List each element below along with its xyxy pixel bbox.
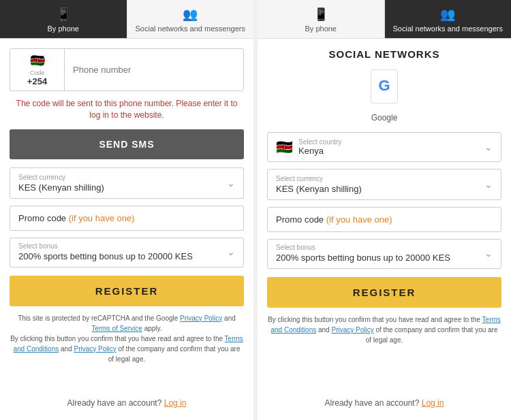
bonus-label-left: Select bonus [18, 242, 193, 250]
bonus-value-left: 200% sports betting bonus up to 20000 KE… [18, 251, 193, 261]
tab-label-social-right: Social networks and messengers [393, 25, 503, 33]
chevron-country-right: ⌄ [484, 142, 493, 152]
send-sms-button[interactable]: SEND SMS [10, 129, 244, 159]
already-account-right: Already have an account? Log in [267, 391, 501, 413]
social-icon-right: 👥 [440, 7, 455, 22]
code-label-left: Code [30, 69, 45, 76]
currency-label-left: Select currency [18, 174, 104, 181]
bonus-value-right: 200% sports betting bonus up to 20000 KE… [276, 253, 450, 263]
already-account-left: Already have an account? Log in [10, 391, 244, 413]
currency-select-left[interactable]: Select currency KES (Kenyan shilling) ⌄ [10, 167, 244, 199]
currency-label-right: Select currency [276, 175, 362, 182]
privacy-policy-link-right[interactable]: Privacy Policy [331, 326, 373, 334]
tab-label-phone-right: By phone [305, 25, 337, 33]
left-panel-content: 🇰🇪 Code +254 The code will be sent to th… [0, 39, 253, 420]
right-panel: 📱 By phone 👥 Social networks and messeng… [258, 0, 511, 420]
country-select-label: Select country [298, 138, 484, 146]
bonus-label-right: Select bonus [276, 244, 450, 251]
tab-label-phone-left: By phone [48, 25, 79, 33]
legal-text-left: This site is protected by reCAPTCHA and … [10, 313, 244, 364]
login-link-right[interactable]: Log in [422, 398, 444, 408]
legal-text-right: By clicking this button you confirm that… [267, 314, 501, 345]
tab-social-left[interactable]: 👥 Social networks and messengers [127, 0, 254, 38]
tab-social-right[interactable]: 👥 Social networks and messengers [385, 0, 512, 38]
terms-of-service-link-left[interactable]: Terms of Service [91, 325, 142, 332]
chevron-bonus-right: ⌄ [484, 248, 493, 259]
bonus-select-right[interactable]: Select bonus 200% sports betting bonus u… [267, 239, 501, 269]
google-wrapper: G Google [267, 69, 501, 123]
country-select-value: Kenya [298, 146, 324, 156]
chevron-bonus-left: ⌄ [227, 246, 235, 257]
country-info: Select country Kenya [298, 138, 484, 156]
left-panel: 📱 By phone 👥 Social networks and messeng… [0, 0, 253, 420]
privacy-policy-link-left2[interactable]: Privacy Policy [74, 345, 116, 353]
google-button[interactable]: G [371, 69, 397, 103]
chevron-currency-right: ⌄ [484, 179, 493, 190]
promo-orange-right: (if you have one) [326, 214, 392, 225]
right-tabs: 📱 By phone 👥 Social networks and messeng… [258, 0, 511, 39]
promo-text-left: Promo code [18, 213, 69, 223]
chevron-currency-left: ⌄ [227, 178, 235, 189]
register-button-left[interactable]: REGISTER [10, 276, 244, 306]
promo-orange-left: (if you have one) [69, 213, 135, 223]
kenya-flag-left: 🇰🇪 [30, 53, 45, 68]
google-icon: G [378, 77, 390, 95]
login-link-left[interactable]: Log in [164, 398, 187, 408]
privacy-policy-link-left1[interactable]: Privacy Policy [180, 314, 222, 322]
tab-by-phone-right[interactable]: 📱 By phone [258, 0, 385, 38]
phone-icon-right: 📱 [313, 7, 328, 22]
code-value-left: +254 [27, 76, 47, 86]
code-box-left[interactable]: 🇰🇪 Code +254 [10, 49, 65, 91]
currency-value-right: KES (Kenyan shilling) [276, 184, 362, 194]
kenya-flag-right: 🇰🇪 [276, 139, 293, 155]
social-icon-left: 👥 [183, 7, 198, 22]
tab-label-social-left: Social networks and messengers [136, 25, 245, 33]
right-panel-content: SOCIAL NETWORKS G Google 🇰🇪 Select count… [258, 39, 511, 420]
bonus-select-left[interactable]: Select bonus 200% sports betting bonus u… [10, 238, 244, 268]
currency-select-right[interactable]: Select currency KES (Kenyan shilling) ⌄ [267, 169, 501, 200]
promo-text-right: Promo code [276, 214, 326, 225]
promo-input-left[interactable]: Promo code (if you have one) [10, 206, 244, 231]
country-select-right[interactable]: 🇰🇪 Select country Kenya ⌄ [267, 132, 501, 162]
main-container: 📱 By phone 👥 Social networks and messeng… [0, 0, 511, 420]
google-label: Google [371, 113, 398, 123]
register-button-right[interactable]: REGISTER [267, 277, 501, 308]
tab-by-phone-left[interactable]: 📱 By phone [0, 0, 127, 38]
social-networks-title: SOCIAL NETWORKS [267, 48, 501, 60]
phone-hint-left: The code will be sent to this phone numb… [10, 98, 244, 121]
phone-row-left: 🇰🇪 Code +254 [10, 48, 244, 91]
left-tabs: 📱 By phone 👥 Social networks and messeng… [0, 0, 253, 39]
promo-input-right[interactable]: Promo code (if you have one) [267, 207, 501, 232]
currency-value-left: KES (Kenyan shilling) [18, 182, 104, 193]
phone-input-left[interactable] [65, 49, 243, 91]
phone-icon-left: 📱 [56, 7, 71, 22]
